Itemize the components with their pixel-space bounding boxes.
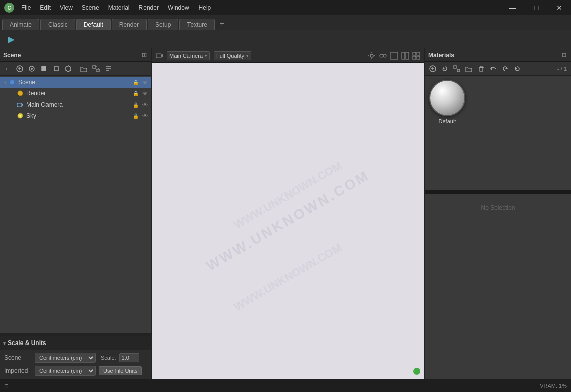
svg-marker-42 bbox=[443, 67, 445, 69]
mat-btn-folder[interactable] bbox=[463, 63, 474, 74]
tree-vis-camera[interactable]: 👁 bbox=[141, 101, 149, 109]
viewport-btn-layout1[interactable] bbox=[389, 51, 399, 61]
menu-file[interactable]: File bbox=[17, 3, 35, 12]
use-file-units-button[interactable]: Use File Units bbox=[99, 366, 142, 375]
tab-classic[interactable]: Classic bbox=[40, 19, 75, 30]
scene-tb-hex[interactable] bbox=[63, 63, 74, 74]
right-panel-divider[interactable] bbox=[425, 190, 571, 194]
scene-panel: Scene ⊞ ← bbox=[0, 48, 151, 336]
tree-expand-sky[interactable] bbox=[10, 113, 16, 119]
tab-animate[interactable]: Animate bbox=[2, 19, 39, 30]
minimize-button[interactable]: — bbox=[501, 0, 525, 15]
tab-default[interactable]: Default bbox=[76, 19, 111, 30]
mat-btn-undo[interactable] bbox=[488, 63, 499, 74]
tree-lock-render[interactable]: 🔒 bbox=[132, 89, 140, 97]
svg-point-30 bbox=[380, 54, 383, 57]
tree-expand-scene[interactable]: ▾ bbox=[2, 79, 8, 85]
menu-window[interactable]: Window bbox=[164, 3, 194, 12]
scene-tb-add[interactable] bbox=[14, 63, 25, 74]
scene-tb-layer[interactable] bbox=[38, 63, 50, 74]
tree-icon-render bbox=[16, 89, 24, 97]
imported-unit-row: Imported Centimeters (cm) Use File Units bbox=[4, 366, 147, 376]
menu-bar: File Edit View Scene Material Render Win… bbox=[17, 3, 215, 12]
viewport-canvas: WWW.UNKNOWN.COM WWW.UNKNOWN.COM WWW.UNKN… bbox=[152, 63, 424, 379]
scene-tb-folder[interactable] bbox=[78, 63, 89, 74]
menu-help[interactable]: Help bbox=[195, 3, 215, 12]
mat-counter: - / 1 bbox=[557, 66, 569, 72]
scene-tb-cube[interactable] bbox=[51, 63, 62, 74]
tree-label-render: Render bbox=[26, 90, 132, 97]
tab-render[interactable]: Render bbox=[112, 19, 147, 30]
scene-tb-collapse[interactable] bbox=[103, 63, 114, 74]
svg-rect-43 bbox=[454, 66, 456, 68]
tab-setup[interactable]: Setup bbox=[148, 19, 178, 30]
svg-rect-45 bbox=[480, 67, 483, 71]
scale-panel: ▾ Scale & Units Scene Centimeters (cm) S… bbox=[0, 336, 151, 379]
tree-item-camera[interactable]: Main Camera 🔒 👁 bbox=[0, 99, 151, 110]
tree-vis-sky[interactable]: 👁 bbox=[141, 112, 149, 120]
tree-expand-camera[interactable] bbox=[10, 102, 16, 108]
scene-tb-expand[interactable] bbox=[90, 63, 102, 74]
viewport-corner-indicator[interactable] bbox=[413, 368, 420, 375]
select-tool-button[interactable]: ▶ bbox=[4, 32, 18, 46]
tree-lock-camera[interactable]: 🔒 bbox=[132, 101, 140, 109]
imported-unit-select[interactable]: Centimeters (cm) bbox=[35, 366, 96, 376]
status-menu-icon[interactable]: ≡ bbox=[4, 382, 8, 390]
mat-btn-expand[interactable] bbox=[451, 63, 462, 74]
svg-rect-36 bbox=[417, 52, 420, 55]
tree-vis-scene[interactable]: 👁 bbox=[141, 78, 149, 86]
menu-material[interactable]: Material bbox=[104, 3, 134, 12]
tree-lock-sky[interactable]: 🔒 bbox=[132, 112, 140, 120]
mat-btn-refresh2[interactable] bbox=[500, 63, 511, 74]
add-tab-button[interactable]: + bbox=[216, 17, 228, 30]
mat-btn-refresh[interactable] bbox=[439, 63, 450, 74]
left-panel: Scene ⊞ ← bbox=[0, 48, 152, 379]
workspace-tabs: Animate Classic Default Render Setup Tex… bbox=[0, 15, 571, 30]
maximize-button[interactable]: □ bbox=[525, 0, 548, 15]
tree-lock-scene[interactable]: 🔒 bbox=[132, 78, 140, 86]
quality-select[interactable]: Full Quality ▾ bbox=[214, 51, 251, 60]
viewport-area: Main Camera ▾ Full Quality ▾ bbox=[152, 48, 424, 379]
viewport-btn-settings[interactable] bbox=[367, 51, 377, 61]
no-selection-message: No Selection bbox=[425, 194, 571, 221]
tree-item-scene[interactable]: ▾ Scene 🔒 👁 bbox=[0, 77, 151, 88]
scene-tb-obj[interactable] bbox=[26, 63, 37, 74]
scene-panel-header: Scene ⊞ bbox=[0, 48, 151, 62]
svg-rect-37 bbox=[413, 56, 416, 59]
mat-btn-next[interactable] bbox=[512, 63, 523, 74]
scale-panel-header[interactable]: ▾ Scale & Units bbox=[0, 336, 151, 350]
menu-edit[interactable]: Edit bbox=[36, 3, 55, 12]
viewport-camera-icon[interactable] bbox=[155, 51, 165, 61]
svg-rect-19 bbox=[17, 103, 22, 107]
viewport-btn-stereo[interactable] bbox=[378, 51, 388, 61]
materials-panel-expand[interactable]: ⊞ bbox=[560, 51, 568, 59]
tree-item-render[interactable]: Render 🔒 👁 bbox=[0, 88, 151, 99]
menu-render[interactable]: Render bbox=[135, 3, 163, 12]
menu-scene[interactable]: Scene bbox=[78, 3, 103, 12]
viewport-right-buttons bbox=[367, 51, 421, 61]
menu-view[interactable]: View bbox=[56, 3, 77, 12]
mat-btn-add[interactable] bbox=[427, 63, 438, 74]
camera-select-arrow: ▾ bbox=[205, 53, 207, 58]
scene-unit-select[interactable]: Centimeters (cm) bbox=[35, 353, 96, 363]
scale-content: Scene Centimeters (cm) Scale: Imported C… bbox=[0, 350, 151, 379]
tree-label-sky: Sky bbox=[26, 112, 132, 119]
status-left: ≡ bbox=[4, 382, 8, 390]
camera-select[interactable]: Main Camera ▾ bbox=[167, 51, 210, 60]
scale-value-input[interactable] bbox=[119, 353, 139, 362]
tab-texture[interactable]: Texture bbox=[179, 19, 214, 30]
close-button[interactable]: ✕ bbox=[548, 0, 571, 15]
scene-tb-back[interactable]: ← bbox=[2, 63, 13, 74]
scene-panel-expand[interactable]: ⊞ bbox=[140, 51, 148, 59]
tree-vis-render[interactable]: 👁 bbox=[141, 89, 149, 97]
svg-point-27 bbox=[371, 58, 372, 59]
svg-rect-11 bbox=[97, 69, 99, 72]
main-toolbar: ▶ bbox=[0, 30, 571, 48]
mat-btn-delete[interactable] bbox=[475, 63, 487, 74]
imported-unit-label: Imported bbox=[4, 367, 32, 374]
tree-item-sky[interactable]: Sky 🔒 👁 bbox=[0, 110, 151, 121]
viewport-btn-layout3[interactable] bbox=[411, 51, 421, 61]
tree-expand-render[interactable] bbox=[10, 90, 16, 96]
material-item-default[interactable]: Default bbox=[429, 80, 465, 124]
viewport-btn-layout2[interactable] bbox=[400, 51, 410, 61]
